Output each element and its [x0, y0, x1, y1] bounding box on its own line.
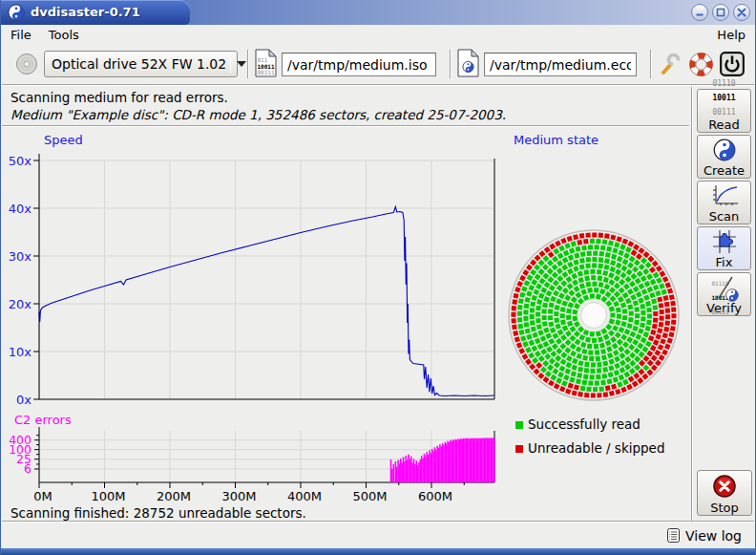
svg-text:Speed: Speed [44, 133, 83, 147]
lifesaver-icon [688, 52, 714, 77]
app-yinyang-icon [8, 4, 25, 21]
scan-result-status: Scanning finished: 28752 unreadable sect… [10, 505, 306, 521]
drive-selector-value: Optical drive 52X FW 1.02 [52, 56, 226, 72]
svg-text:30x: 30x [9, 249, 32, 264]
svg-text:10x: 10x [9, 345, 32, 359]
window-bottom-border [1, 548, 756, 555]
minimize-button[interactable] [691, 4, 708, 21]
svg-text:0x: 0x [16, 393, 32, 407]
titlebar[interactable]: dvdisaster-0.71 [1, 0, 755, 25]
preferences-button[interactable] [657, 50, 683, 78]
menu-help[interactable]: Help [708, 26, 754, 44]
svg-text:600M: 600M [418, 489, 452, 503]
svg-text:50x: 50x [9, 154, 32, 168]
cd-drive-icon [15, 53, 38, 75]
svg-text:500M: 500M [352, 489, 387, 503]
svg-text:00111: 00111 [258, 69, 275, 75]
ecc-file-icon [457, 49, 479, 77]
create-button-label: Create [704, 163, 745, 178]
fix-button-label: Fix [716, 255, 733, 269]
fix-puzzle-icon [712, 228, 737, 255]
read-button[interactable]: 01110 10011 00111 Read [697, 89, 751, 133]
menubar: File Tools Help [2, 25, 754, 44]
close-button[interactable] [733, 4, 750, 21]
menu-tools[interactable]: Tools [40, 26, 88, 44]
ecc-file-input[interactable] [484, 53, 637, 76]
window-title: dvdisaster-0.71 [31, 5, 140, 19]
menu-file[interactable]: File [2, 26, 40, 44]
svg-text:100M: 100M [91, 489, 125, 503]
svg-text:200M: 200M [157, 489, 191, 503]
read-button-label: Read [708, 117, 740, 132]
app-window: dvdisaster-0.71 File Tools Help Optical … [0, 0, 756, 555]
stop-button-label: Stop [710, 501, 739, 515]
svg-text:400: 400 [9, 433, 32, 447]
status-line-medium: Medium "Example disc": CD-R mode 1, 3524… [10, 107, 506, 122]
verify-button[interactable]: 01110 10011 00111 Verify [697, 272, 751, 316]
scan-button[interactable]: Scan [697, 181, 751, 224]
stop-button[interactable]: Stop [697, 470, 752, 516]
iso-file-input[interactable] [282, 53, 436, 76]
svg-text:C2 errors: C2 errors [14, 413, 72, 427]
drive-selector-dropdown[interactable]: Optical drive 52X FW 1.02 [44, 51, 238, 77]
svg-text:300M: 300M [221, 489, 256, 503]
svg-text:40x: 40x [9, 202, 32, 216]
svg-text:Medium state: Medium state [514, 133, 598, 147]
verify-icon: 01110 10011 00111 [711, 274, 738, 301]
scan-curve-icon [710, 182, 739, 209]
svg-text:Successfully read: Successfully read [528, 416, 640, 432]
svg-text:Unreadable / skipped: Unreadable / skipped [528, 440, 664, 456]
create-button[interactable]: Create [697, 135, 751, 179]
create-yinyang-icon [713, 137, 736, 163]
read-binary-icon: 01110 10011 00111 [712, 75, 735, 117]
stop-icon [712, 472, 737, 501]
footer-bar [2, 523, 754, 548]
power-icon [719, 51, 746, 77]
charts-canvas: 0x10x20x30x40x50xSpeedC2 errors625100400… [2, 127, 690, 505]
iso-image-icon: 011 10011 00111 [255, 49, 277, 77]
svg-text:20x: 20x [9, 297, 32, 311]
fix-button[interactable]: Fix [697, 226, 751, 270]
chevron-down-icon [237, 61, 246, 67]
scan-button-label: Scan [709, 209, 740, 224]
view-log-label: View log [685, 528, 742, 544]
help-button[interactable] [687, 50, 714, 78]
svg-text:0M: 0M [33, 489, 52, 503]
svg-text:400M: 400M [287, 489, 322, 503]
view-log-button[interactable]: View log [663, 526, 744, 544]
log-notebook-icon [665, 527, 682, 544]
wrench-icon [658, 52, 682, 76]
maximize-button[interactable] [712, 4, 729, 21]
toolbar-separator [2, 84, 754, 86]
status-line-action: Scanning medium for read errors. [10, 90, 228, 105]
